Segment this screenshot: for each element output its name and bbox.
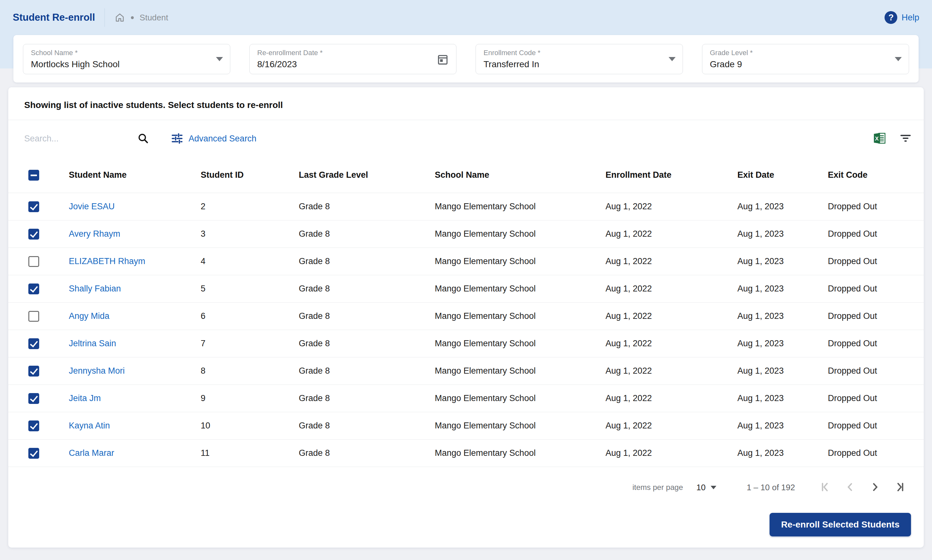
- exit-code-cell: Dropped Out: [828, 366, 924, 376]
- column-header-last-grade-level: Last Grade Level: [299, 170, 435, 180]
- panel-heading: Showing list of inactive students. Selec…: [24, 100, 908, 110]
- enrollment-date-cell: Aug 1, 2022: [606, 284, 737, 294]
- student-id-cell: 11: [201, 448, 299, 458]
- enrollment-date-cell: Aug 1, 2022: [606, 202, 737, 212]
- table-header-row: Student Name Student ID Last Grade Level…: [8, 157, 924, 193]
- row-checkbox[interactable]: [28, 201, 39, 212]
- exit-date-cell: Aug 1, 2023: [737, 284, 828, 294]
- row-checkbox[interactable]: [28, 448, 39, 459]
- items-per-page-select[interactable]: 10: [696, 483, 717, 492]
- exit-code-cell: Dropped Out: [828, 421, 924, 431]
- exit-code-cell: Dropped Out: [828, 311, 924, 321]
- exit-code-cell: Dropped Out: [828, 229, 924, 239]
- enrollment-date-cell: Aug 1, 2022: [606, 311, 737, 321]
- school-name-cell: Mango Elementary School: [435, 229, 606, 239]
- student-id-cell: 7: [201, 338, 299, 348]
- help-button[interactable]: ? Help: [884, 11, 919, 24]
- student-name-link[interactable]: Jovie ESAU: [69, 202, 115, 211]
- search-button[interactable]: [135, 132, 151, 145]
- student-id-cell: 9: [201, 394, 299, 403]
- pagination-range-label: 1 – 10 of 192: [747, 483, 795, 492]
- student-name-link[interactable]: Carla Marar: [69, 448, 114, 458]
- svg-text:X: X: [875, 135, 879, 142]
- breadcrumb-separator-dot: [131, 16, 134, 19]
- table-row: Avery Rhaym 3 Grade 8 Mango Elementary S…: [8, 220, 924, 248]
- student-id-cell: 2: [201, 202, 299, 212]
- enrollment-code-value: Transferred In: [483, 59, 665, 69]
- student-name-link[interactable]: Shally Fabian: [69, 284, 121, 293]
- reenroll-selected-students-button[interactable]: Re-enroll Selected Students: [769, 513, 911, 537]
- search-input[interactable]: [24, 134, 132, 144]
- exit-date-cell: Aug 1, 2023: [737, 338, 828, 348]
- last-grade-level-cell: Grade 8: [299, 448, 435, 458]
- exit-date-cell: Aug 1, 2023: [737, 229, 828, 239]
- school-name-value: Mortlocks High School: [31, 59, 212, 69]
- last-page-button[interactable]: [892, 479, 908, 496]
- school-name-cell: Mango Elementary School: [435, 366, 606, 376]
- school-name-cell: Mango Elementary School: [435, 284, 606, 294]
- last-page-icon: [894, 481, 906, 494]
- column-header-school-name: School Name: [435, 170, 606, 180]
- student-name-link[interactable]: Jennysha Mori: [69, 366, 125, 375]
- first-page-icon: [819, 481, 831, 494]
- column-header-student-name: Student Name: [69, 170, 201, 180]
- first-page-button: [817, 479, 833, 496]
- row-checkbox[interactable]: [28, 256, 39, 267]
- exit-date-cell: Aug 1, 2023: [737, 202, 828, 212]
- grade-level-label: Grade Level *: [710, 49, 891, 57]
- pagination-nav: [817, 479, 908, 496]
- calendar-icon[interactable]: [436, 53, 449, 66]
- breadcrumb-item-student[interactable]: Student: [140, 13, 168, 23]
- export-excel-button[interactable]: X: [872, 131, 887, 146]
- enrollment-date-cell: Aug 1, 2022: [606, 421, 737, 431]
- select-all-checkbox[interactable]: [28, 170, 39, 181]
- grade-level-value: Grade 9: [710, 59, 891, 69]
- exit-date-cell: Aug 1, 2023: [737, 421, 828, 431]
- breadcrumb: Student: [114, 12, 168, 23]
- row-checkbox[interactable]: [28, 311, 39, 322]
- chevron-left-icon: [844, 481, 856, 494]
- row-checkbox[interactable]: [28, 338, 39, 349]
- student-name-link[interactable]: Jeita Jm: [69, 394, 101, 403]
- table-row: Jeita Jm 9 Grade 8 Mango Elementary Scho…: [8, 385, 924, 412]
- student-name-link[interactable]: Angy Mida: [69, 311, 109, 321]
- filter-bar: School Name * Mortlocks High School Re-e…: [13, 35, 919, 83]
- last-grade-level-cell: Grade 8: [299, 202, 435, 212]
- row-checkbox[interactable]: [28, 393, 39, 404]
- next-page-button[interactable]: [867, 479, 883, 496]
- enrollment-date-cell: Aug 1, 2022: [606, 394, 737, 403]
- chevron-down-icon: [669, 57, 675, 61]
- enrollment-date-cell: Aug 1, 2022: [606, 366, 737, 376]
- chevron-down-icon: [895, 57, 902, 61]
- table-body: Jovie ESAU 2 Grade 8 Mango Elementary Sc…: [8, 193, 924, 467]
- student-name-link[interactable]: Avery Rhaym: [69, 229, 120, 238]
- school-name-cell: Mango Elementary School: [435, 338, 606, 348]
- student-name-link[interactable]: Kayna Atin: [69, 421, 110, 430]
- exit-code-cell: Dropped Out: [828, 284, 924, 294]
- row-checkbox[interactable]: [28, 366, 39, 377]
- enrollment-code-label: Enrollment Code *: [483, 49, 665, 57]
- student-name-link[interactable]: ELIZABETH Rhaym: [69, 257, 145, 266]
- row-checkbox[interactable]: [28, 420, 39, 431]
- enrollment-code-select[interactable]: Enrollment Code * Transferred In: [475, 44, 683, 74]
- page-title: Student Re-enroll: [13, 12, 95, 23]
- filter-button[interactable]: [899, 132, 912, 146]
- last-grade-level-cell: Grade 8: [299, 284, 435, 294]
- pagination-bar: items per page 10 1 – 10 of 192: [8, 467, 924, 508]
- reenrollment-date-field[interactable]: Re-enrollment Date * 8/16/2023: [249, 44, 457, 74]
- exit-date-cell: Aug 1, 2023: [737, 366, 828, 376]
- row-checkbox[interactable]: [28, 229, 39, 240]
- search-toolbar: Advanced Search X: [8, 120, 924, 157]
- student-name-link[interactable]: Jeltrina Sain: [69, 338, 116, 348]
- advanced-search-button[interactable]: Advanced Search: [171, 132, 257, 146]
- items-per-page-label: items per page: [632, 483, 683, 492]
- table-row: Jovie ESAU 2 Grade 8 Mango Elementary Sc…: [8, 193, 924, 220]
- row-checkbox[interactable]: [28, 283, 39, 294]
- grade-level-select[interactable]: Grade Level * Grade 9: [702, 44, 909, 74]
- student-id-cell: 5: [201, 284, 299, 294]
- home-icon[interactable]: [114, 12, 125, 23]
- title-divider: [105, 8, 105, 27]
- panel-heading-row: Showing list of inactive students. Selec…: [8, 87, 924, 120]
- school-name-select[interactable]: School Name * Mortlocks High School: [23, 44, 230, 74]
- exit-code-cell: Dropped Out: [828, 338, 924, 348]
